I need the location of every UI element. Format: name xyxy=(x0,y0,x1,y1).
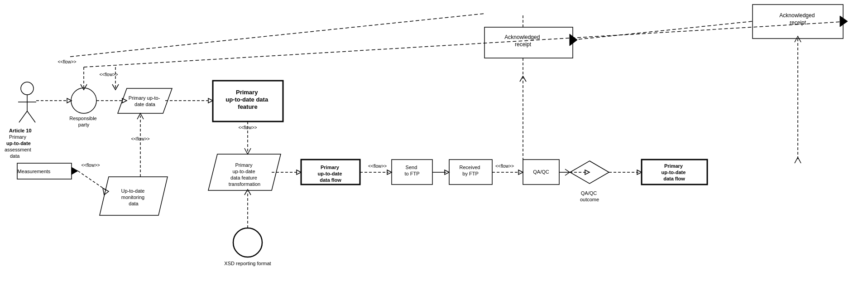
ack2-filled-arrow xyxy=(840,16,848,27)
qaqc-label: QA/QC xyxy=(533,169,549,175)
actor-head xyxy=(21,82,34,95)
send-ftp-label: Send to FTP xyxy=(404,165,419,176)
flow-label-meas: <<flow>> xyxy=(81,163,100,168)
arrowhead-8 xyxy=(518,170,523,175)
primary-uptodate-data-label: Primary up-to- date data xyxy=(129,95,162,107)
monitoring-data-label: Up-to-date monitoring data xyxy=(121,188,146,206)
actor-left-leg xyxy=(19,111,27,122)
flow-meas-to-monitoring xyxy=(78,171,106,190)
primary-flow2-label: Primary up-to-date data flow xyxy=(662,163,687,181)
responsible-party-node xyxy=(71,88,96,113)
measurements-filled-arrow xyxy=(72,167,78,175)
actor-right-leg xyxy=(27,111,35,122)
top-long-dashed-line xyxy=(84,22,842,67)
transformation-label: Primary up-to-date data feature transfor… xyxy=(229,162,260,187)
received-ftp-label: Received by FTP xyxy=(460,165,482,176)
qaqc-outcome-label: QA/QC outcome xyxy=(580,190,599,202)
xsd-node xyxy=(233,228,262,257)
dashed-horizontal-top xyxy=(573,21,753,40)
article10-label: Article 10 Primary up-to-date assessment… xyxy=(5,128,33,159)
ack-receipt2-label: Acknowledged receipt xyxy=(779,12,816,26)
primary-flow1-label: Primary up-to-date data flow xyxy=(318,165,344,183)
responsible-party-label: Responsible party xyxy=(69,116,98,127)
ack-receipt1-label: Acknowledged receipt xyxy=(504,34,541,48)
top-dashed-main xyxy=(70,14,484,57)
flow-label-1: <<flow>> xyxy=(58,59,76,64)
xsd-label: XSD reporting format xyxy=(224,261,271,266)
flow-label-5: <<flow>> xyxy=(368,164,387,169)
flow-label-6: <<flow>> xyxy=(495,164,514,169)
measurements-label: Measurements xyxy=(18,169,51,174)
diagram-canvas: Article 10 Primary up-to-date assessment… xyxy=(0,0,868,306)
primary-feature-label: Primary up-to-date data feature xyxy=(225,89,270,110)
